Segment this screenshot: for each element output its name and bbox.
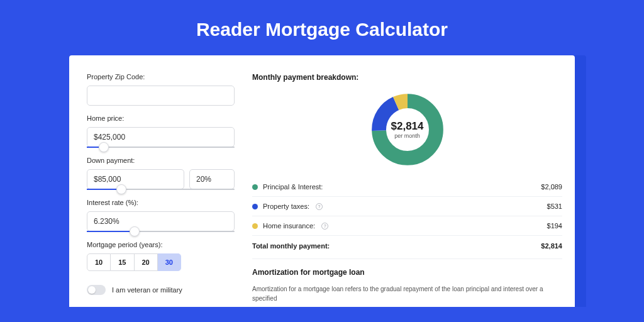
toggle-knob: [88, 286, 96, 294]
interest-rate-group: Interest rate (%):: [87, 199, 235, 232]
donut-center: $2,814 per month: [370, 92, 445, 167]
page-title: Reader Mortgage Calculator: [0, 0, 644, 55]
interest-rate-label: Interest rate (%):: [87, 199, 235, 206]
breakdown-value: $531: [547, 203, 562, 210]
mortgage-period-label: Mortgage period (years):: [87, 241, 235, 248]
down-payment-group: Down payment:: [87, 157, 235, 190]
period-option-15[interactable]: 15: [111, 253, 134, 271]
total-value: $2,814: [541, 242, 562, 250]
slider-thumb[interactable]: [130, 226, 140, 236]
breakdown-panel: Monthly payment breakdown: $2,814 per mo…: [252, 73, 562, 307]
breakdown-row-insurance: Home insurance: ? $194: [252, 216, 562, 236]
donut-chart-wrap: $2,814 per month: [252, 92, 562, 167]
slider-thumb[interactable]: [116, 184, 126, 194]
home-price-slider[interactable]: [87, 147, 235, 148]
interest-rate-input[interactable]: [87, 211, 235, 231]
interest-rate-slider[interactable]: [87, 231, 235, 232]
veteran-toggle-label: I am veteran or military: [112, 286, 182, 294]
breakdown-row-taxes: Property taxes: ? $531: [252, 197, 562, 216]
total-label: Total monthly payment:: [252, 242, 330, 250]
down-payment-amount-input[interactable]: [87, 169, 184, 189]
calculator-card: Property Zip Code: Home price: Down paym…: [69, 55, 575, 307]
zip-label: Property Zip Code:: [87, 73, 235, 80]
period-option-20[interactable]: 20: [135, 253, 158, 271]
home-price-group: Home price:: [87, 114, 235, 148]
info-icon[interactable]: ?: [321, 223, 328, 230]
amortization-section: Amortization for mortgage loan Amortizat…: [252, 258, 562, 303]
zip-input[interactable]: [87, 86, 235, 106]
veteran-toggle[interactable]: [87, 285, 106, 295]
breakdown-value: $194: [547, 222, 562, 230]
zip-field-group: Property Zip Code:: [87, 73, 235, 106]
mortgage-period-buttons: 10 15 20 30: [87, 253, 235, 271]
legend-dot: [252, 223, 258, 229]
breakdown-label: Home insurance:: [263, 222, 315, 230]
legend-dot: [252, 184, 258, 190]
donut-chart: $2,814 per month: [370, 92, 445, 167]
mortgage-period-group: Mortgage period (years): 10 15 20 30: [87, 241, 235, 271]
input-panel: Property Zip Code: Home price: Down paym…: [87, 73, 235, 307]
breakdown-label: Property taxes:: [263, 203, 309, 210]
donut-amount: $2,814: [391, 120, 424, 133]
slider-thumb[interactable]: [99, 142, 109, 152]
donut-subtext: per month: [394, 133, 420, 139]
breakdown-row-principal: Principal & Interest: $2,089: [252, 177, 562, 197]
breakdown-title: Monthly payment breakdown:: [252, 73, 562, 82]
amortization-body: Amortization for a mortgage loan refers …: [252, 284, 562, 303]
legend-dot: [252, 204, 258, 209]
home-price-label: Home price:: [87, 114, 235, 122]
down-payment-label: Down payment:: [87, 157, 235, 164]
breakdown-value: $2,089: [541, 183, 562, 191]
info-icon[interactable]: ?: [316, 203, 323, 210]
veteran-toggle-row: I am veteran or military: [87, 285, 235, 295]
breakdown-total-row: Total monthly payment: $2,814: [252, 236, 562, 258]
down-payment-slider[interactable]: [87, 189, 235, 190]
amortization-title: Amortization for mortgage loan: [252, 268, 562, 277]
down-payment-percent-input[interactable]: [189, 169, 235, 189]
period-option-30[interactable]: 30: [158, 253, 181, 271]
period-option-10[interactable]: 10: [87, 253, 111, 271]
breakdown-label: Principal & Interest:: [263, 183, 323, 191]
home-price-input[interactable]: [87, 127, 235, 147]
